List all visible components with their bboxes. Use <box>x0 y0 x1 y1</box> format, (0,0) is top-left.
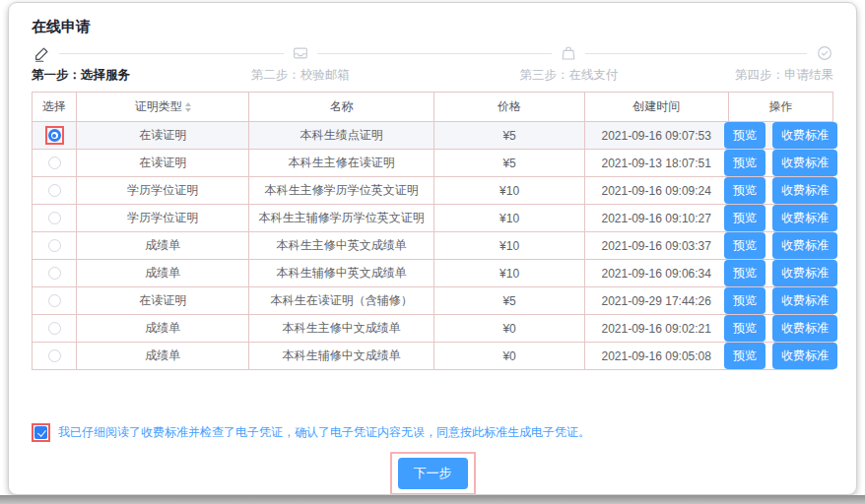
header-name: 名称 <box>249 93 434 122</box>
name-cell: 本科生在读证明（含辅修） <box>249 287 434 315</box>
radio-icon <box>48 349 61 362</box>
table-body: 在读证明 本科生绩点证明 ¥5 2021-09-16 09:07:53 预览 收… <box>33 122 833 370</box>
preview-button[interactable]: 预览 <box>724 260 765 286</box>
table-row: 成绩单 本科生辅修中文成绩单 ¥0 2021-09-16 09:05:08 预览… <box>33 343 833 370</box>
select-cell <box>33 177 77 205</box>
price-cell: ¥10 <box>434 260 584 287</box>
annotation-box: 下一步 <box>390 452 476 495</box>
actions-cell: 预览 收费标准 <box>728 205 832 232</box>
created-cell: 2021-09-13 18:07:51 <box>584 150 728 177</box>
actions-cell: 预览 收费标准 <box>728 122 832 150</box>
row-radio[interactable] <box>45 264 64 283</box>
price-cell: ¥5 <box>434 150 584 177</box>
actions-cell: 预览 收费标准 <box>728 315 832 343</box>
select-cell <box>33 122 77 150</box>
fee-standard-button[interactable]: 收费标准 <box>772 177 837 204</box>
created-cell: 2021-09-16 09:09:24 <box>584 177 728 205</box>
step-wizard: 第一步：选择服务 第二步：校验邮箱 第三步：在线支付 第四步：申请结果 <box>32 44 833 84</box>
preview-button[interactable]: 预览 <box>724 205 765 231</box>
preview-button[interactable]: 预览 <box>724 287 765 314</box>
row-radio[interactable] <box>45 154 64 172</box>
page-title: 在线申请 <box>32 18 833 36</box>
actions-cell: 预览 收费标准 <box>728 150 832 177</box>
name-cell: 本科生主辅修学历学位英文证明 <box>249 205 434 232</box>
row-radio[interactable] <box>45 209 64 227</box>
created-cell: 2021-09-16 09:03:37 <box>584 232 728 260</box>
bag-icon <box>560 44 577 62</box>
step-connector <box>585 53 807 54</box>
type-cell: 在读证明 <box>77 287 249 315</box>
price-cell: ¥0 <box>434 315 584 343</box>
header-price: 价格 <box>434 93 584 122</box>
radio-icon <box>48 157 61 169</box>
agreement-checkbox[interactable] <box>32 423 50 442</box>
next-step-button[interactable]: 下一步 <box>398 458 468 489</box>
preview-button[interactable]: 预览 <box>724 177 765 204</box>
certificate-table: 选择 证明类型 名称 价格 创建时间 操作 <box>32 92 833 370</box>
type-cell: 成绩单 <box>77 260 249 287</box>
price-cell: ¥10 <box>434 232 584 260</box>
step-label-application-result: 第四步：申请结果 <box>735 67 833 84</box>
fee-standard-button[interactable]: 收费标准 <box>772 315 837 342</box>
fee-standard-button[interactable]: 收费标准 <box>772 205 837 231</box>
row-radio[interactable] <box>45 346 64 365</box>
select-cell <box>33 315 77 343</box>
price-cell: ¥10 <box>434 177 584 205</box>
preview-button[interactable]: 预览 <box>724 122 765 149</box>
sort-carets-icon[interactable] <box>185 102 191 112</box>
radio-icon <box>48 129 61 142</box>
fee-standard-button[interactable]: 收费标准 <box>772 343 837 369</box>
preview-button[interactable]: 预览 <box>724 315 765 342</box>
preview-button[interactable]: 预览 <box>724 232 765 259</box>
radio-icon <box>48 294 61 307</box>
fee-standard-button[interactable]: 收费标准 <box>772 150 837 176</box>
price-cell: ¥5 <box>434 122 584 150</box>
price-cell: ¥10 <box>434 205 584 232</box>
preview-button[interactable]: 预览 <box>724 343 765 369</box>
select-cell <box>33 343 77 370</box>
fee-standard-button[interactable]: 收费标准 <box>772 232 837 259</box>
type-cell: 成绩单 <box>77 232 249 260</box>
select-cell <box>33 232 77 260</box>
name-cell: 本科生主修中文成绩单 <box>249 315 434 343</box>
fee-standard-button[interactable]: 收费标准 <box>772 287 837 314</box>
row-radio[interactable] <box>45 126 64 145</box>
table-row: 成绩单 本科生主修中文成绩单 ¥0 2021-09-16 09:02:21 预览… <box>33 315 833 343</box>
type-cell: 成绩单 <box>77 343 249 370</box>
name-cell: 本科生辅修中文成绩单 <box>249 343 434 370</box>
table-row: 成绩单 本科生辅修中英文成绩单 ¥10 2021-09-16 09:06:34 … <box>33 260 833 287</box>
created-cell: 2021-09-16 09:06:34 <box>584 260 728 287</box>
preview-button[interactable]: 预览 <box>724 150 765 176</box>
row-radio[interactable] <box>45 236 64 255</box>
step-connector <box>59 53 284 54</box>
name-cell: 本科生主修在读证明 <box>249 150 434 177</box>
table-header-row: 选择 证明类型 名称 价格 创建时间 操作 <box>33 93 833 122</box>
step-label-verify-email: 第二步：校验邮箱 <box>251 67 350 84</box>
row-radio[interactable] <box>45 319 64 338</box>
price-cell: ¥5 <box>434 287 584 315</box>
header-type-label: 证明类型 <box>135 98 182 115</box>
name-cell: 本科生主修中英文成绩单 <box>249 232 434 260</box>
check-circle-icon <box>816 44 833 62</box>
table-row: 在读证明 本科生绩点证明 ¥5 2021-09-16 09:07:53 预览 收… <box>33 122 833 150</box>
fee-standard-button[interactable]: 收费标准 <box>772 260 837 286</box>
radio-icon <box>48 184 61 197</box>
select-cell <box>33 287 77 315</box>
row-radio[interactable] <box>45 291 64 310</box>
pencil-icon <box>33 44 51 62</box>
type-cell: 学历学位证明 <box>77 205 249 232</box>
actions-cell: 预览 收费标准 <box>728 177 832 205</box>
actions-cell: 预览 收费标准 <box>728 232 832 260</box>
name-cell: 本科生主修学历学位英文证明 <box>249 177 434 205</box>
row-radio[interactable] <box>45 181 64 200</box>
created-cell: 2021-09-16 09:02:21 <box>584 315 728 343</box>
table-row: 在读证明 本科生主修在读证明 ¥5 2021-09-13 18:07:51 预览… <box>33 150 833 177</box>
header-type-sortable[interactable]: 证明类型 <box>77 93 249 122</box>
type-cell: 在读证明 <box>77 122 249 150</box>
table-row: 学历学位证明 本科生主辅修学历学位英文证明 ¥10 2021-09-16 09:… <box>33 205 833 232</box>
actions-cell: 预览 收费标准 <box>728 287 832 315</box>
fee-standard-button[interactable]: 收费标准 <box>772 122 837 149</box>
name-cell: 本科生辅修中英文成绩单 <box>249 260 434 287</box>
radio-icon <box>48 267 61 280</box>
agreement-row: 我已仔细阅读了收费标准并检查了电子凭证，确认了电子凭证内容无误，同意按此标准生成… <box>32 423 833 442</box>
